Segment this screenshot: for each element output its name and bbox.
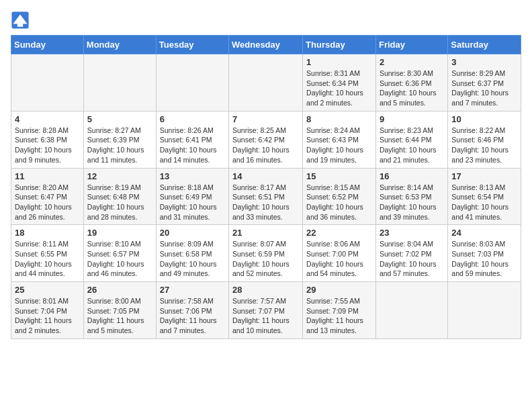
calendar-cell: 1Sunrise: 8:31 AM Sunset: 6:34 PM Daylig… bbox=[303, 54, 376, 111]
day-info: Sunrise: 8:01 AM Sunset: 7:04 PM Dayligh… bbox=[15, 296, 80, 336]
day-info: Sunrise: 8:31 AM Sunset: 6:34 PM Dayligh… bbox=[306, 68, 372, 108]
weekday-header-cell: Thursday bbox=[303, 36, 376, 54]
day-info: Sunrise: 8:15 AM Sunset: 6:52 PM Dayligh… bbox=[306, 183, 372, 222]
calendar-cell: 29Sunrise: 7:55 AM Sunset: 7:09 PM Dayli… bbox=[303, 282, 376, 339]
calendar-cell: 19Sunrise: 8:10 AM Sunset: 6:57 PM Dayli… bbox=[83, 225, 156, 282]
calendar-cell: 16Sunrise: 8:14 AM Sunset: 6:53 PM Dayli… bbox=[375, 168, 447, 225]
day-number: 18 bbox=[15, 228, 80, 238]
day-number: 27 bbox=[160, 285, 225, 295]
calendar-cell: 27Sunrise: 7:58 AM Sunset: 7:06 PM Dayli… bbox=[156, 282, 228, 339]
calendar-cell: 21Sunrise: 8:07 AM Sunset: 6:59 PM Dayli… bbox=[229, 225, 303, 282]
day-info: Sunrise: 8:14 AM Sunset: 6:53 PM Dayligh… bbox=[380, 183, 444, 222]
day-info: Sunrise: 8:19 AM Sunset: 6:48 PM Dayligh… bbox=[87, 183, 152, 222]
day-info: Sunrise: 8:20 AM Sunset: 6:47 PM Dayligh… bbox=[15, 183, 80, 222]
day-info: Sunrise: 8:00 AM Sunset: 7:05 PM Dayligh… bbox=[87, 296, 152, 336]
calendar-cell: 4Sunrise: 8:28 AM Sunset: 6:38 PM Daylig… bbox=[11, 111, 84, 168]
day-info: Sunrise: 8:04 AM Sunset: 7:02 PM Dayligh… bbox=[380, 239, 444, 279]
calendar-cell: 17Sunrise: 8:13 AM Sunset: 6:54 PM Dayli… bbox=[448, 168, 521, 225]
weekday-header-cell: Friday bbox=[375, 36, 447, 54]
calendar-table: SundayMondayTuesdayWednesdayThursdayFrid… bbox=[11, 35, 521, 339]
day-info: Sunrise: 8:10 AM Sunset: 6:57 PM Dayligh… bbox=[87, 239, 152, 279]
calendar-cell bbox=[156, 54, 228, 111]
day-info: Sunrise: 8:17 AM Sunset: 6:51 PM Dayligh… bbox=[232, 183, 299, 222]
day-number: 10 bbox=[451, 114, 517, 124]
calendar-cell: 9Sunrise: 8:23 AM Sunset: 6:44 PM Daylig… bbox=[375, 111, 447, 168]
day-number: 8 bbox=[306, 114, 372, 124]
day-number: 16 bbox=[380, 171, 444, 181]
day-number: 24 bbox=[451, 228, 517, 238]
day-info: Sunrise: 8:23 AM Sunset: 6:44 PM Dayligh… bbox=[380, 126, 444, 165]
day-number: 14 bbox=[232, 171, 299, 181]
weekday-header-cell: Tuesday bbox=[156, 36, 228, 54]
calendar-cell: 12Sunrise: 8:19 AM Sunset: 6:48 PM Dayli… bbox=[83, 168, 156, 225]
calendar-body: 1Sunrise: 8:31 AM Sunset: 6:34 PM Daylig… bbox=[11, 54, 521, 339]
day-info: Sunrise: 8:29 AM Sunset: 6:37 PM Dayligh… bbox=[451, 68, 517, 108]
day-info: Sunrise: 7:55 AM Sunset: 7:09 PM Dayligh… bbox=[306, 296, 372, 336]
day-info: Sunrise: 8:06 AM Sunset: 7:00 PM Dayligh… bbox=[306, 239, 372, 279]
weekday-header-cell: Monday bbox=[83, 36, 156, 54]
day-info: Sunrise: 8:22 AM Sunset: 6:46 PM Dayligh… bbox=[451, 126, 517, 165]
day-number: 13 bbox=[160, 171, 225, 181]
weekday-header-cell: Saturday bbox=[448, 36, 521, 54]
header bbox=[11, 11, 521, 30]
day-info: Sunrise: 8:11 AM Sunset: 6:55 PM Dayligh… bbox=[15, 239, 80, 279]
day-number: 26 bbox=[87, 285, 152, 295]
calendar-week-row: 4Sunrise: 8:28 AM Sunset: 6:38 PM Daylig… bbox=[11, 111, 521, 168]
day-number: 7 bbox=[232, 114, 299, 124]
calendar-week-row: 25Sunrise: 8:01 AM Sunset: 7:04 PM Dayli… bbox=[11, 282, 521, 339]
calendar-cell: 22Sunrise: 8:06 AM Sunset: 7:00 PM Dayli… bbox=[303, 225, 376, 282]
weekday-header-cell: Sunday bbox=[11, 36, 84, 54]
day-number: 25 bbox=[15, 285, 80, 295]
day-number: 21 bbox=[232, 228, 299, 238]
day-number: 29 bbox=[306, 285, 372, 295]
day-info: Sunrise: 8:07 AM Sunset: 6:59 PM Dayligh… bbox=[232, 239, 299, 279]
weekday-header-row: SundayMondayTuesdayWednesdayThursdayFrid… bbox=[11, 36, 521, 54]
day-number: 2 bbox=[380, 57, 444, 67]
day-info: Sunrise: 8:25 AM Sunset: 6:42 PM Dayligh… bbox=[232, 126, 299, 165]
day-info: Sunrise: 7:57 AM Sunset: 7:07 PM Dayligh… bbox=[232, 296, 299, 336]
day-info: Sunrise: 8:26 AM Sunset: 6:41 PM Dayligh… bbox=[160, 126, 225, 165]
day-info: Sunrise: 8:28 AM Sunset: 6:38 PM Dayligh… bbox=[15, 126, 80, 165]
calendar-cell: 13Sunrise: 8:18 AM Sunset: 6:49 PM Dayli… bbox=[156, 168, 228, 225]
calendar-cell: 20Sunrise: 8:09 AM Sunset: 6:58 PM Dayli… bbox=[156, 225, 228, 282]
day-number: 20 bbox=[160, 228, 225, 238]
day-number: 19 bbox=[87, 228, 152, 238]
day-number: 11 bbox=[15, 171, 80, 181]
calendar-cell bbox=[375, 282, 447, 339]
day-number: 6 bbox=[160, 114, 225, 124]
day-number: 22 bbox=[306, 228, 372, 238]
calendar-cell: 18Sunrise: 8:11 AM Sunset: 6:55 PM Dayli… bbox=[11, 225, 84, 282]
calendar-week-row: 1Sunrise: 8:31 AM Sunset: 6:34 PM Daylig… bbox=[11, 54, 521, 111]
day-number: 23 bbox=[380, 228, 444, 238]
day-info: Sunrise: 8:27 AM Sunset: 6:39 PM Dayligh… bbox=[87, 126, 152, 165]
calendar-cell bbox=[448, 282, 521, 339]
day-number: 28 bbox=[232, 285, 299, 295]
weekday-header-cell: Wednesday bbox=[229, 36, 303, 54]
day-number: 12 bbox=[87, 171, 152, 181]
day-info: Sunrise: 8:24 AM Sunset: 6:43 PM Dayligh… bbox=[306, 126, 372, 165]
calendar-cell: 8Sunrise: 8:24 AM Sunset: 6:43 PM Daylig… bbox=[303, 111, 376, 168]
calendar-week-row: 11Sunrise: 8:20 AM Sunset: 6:47 PM Dayli… bbox=[11, 168, 521, 225]
day-info: Sunrise: 8:13 AM Sunset: 6:54 PM Dayligh… bbox=[451, 183, 517, 222]
calendar-cell bbox=[229, 54, 303, 111]
day-number: 1 bbox=[306, 57, 372, 67]
logo-icon bbox=[11, 11, 30, 30]
day-number: 5 bbox=[87, 114, 152, 124]
calendar-cell bbox=[11, 54, 84, 111]
calendar-cell: 15Sunrise: 8:15 AM Sunset: 6:52 PM Dayli… bbox=[303, 168, 376, 225]
day-info: Sunrise: 7:58 AM Sunset: 7:06 PM Dayligh… bbox=[160, 296, 225, 336]
calendar-cell: 26Sunrise: 8:00 AM Sunset: 7:05 PM Dayli… bbox=[83, 282, 156, 339]
day-number: 9 bbox=[380, 114, 444, 124]
calendar-cell: 6Sunrise: 8:26 AM Sunset: 6:41 PM Daylig… bbox=[156, 111, 228, 168]
calendar-cell: 24Sunrise: 8:03 AM Sunset: 7:03 PM Dayli… bbox=[448, 225, 521, 282]
day-info: Sunrise: 8:18 AM Sunset: 6:49 PM Dayligh… bbox=[160, 183, 225, 222]
day-number: 3 bbox=[451, 57, 517, 67]
calendar-cell: 10Sunrise: 8:22 AM Sunset: 6:46 PM Dayli… bbox=[448, 111, 521, 168]
day-number: 4 bbox=[15, 114, 80, 124]
calendar-cell bbox=[83, 54, 156, 111]
day-info: Sunrise: 8:30 AM Sunset: 6:36 PM Dayligh… bbox=[380, 68, 444, 108]
calendar-week-row: 18Sunrise: 8:11 AM Sunset: 6:55 PM Dayli… bbox=[11, 225, 521, 282]
logo bbox=[11, 11, 32, 30]
calendar-cell: 7Sunrise: 8:25 AM Sunset: 6:42 PM Daylig… bbox=[229, 111, 303, 168]
calendar-cell: 14Sunrise: 8:17 AM Sunset: 6:51 PM Dayli… bbox=[229, 168, 303, 225]
